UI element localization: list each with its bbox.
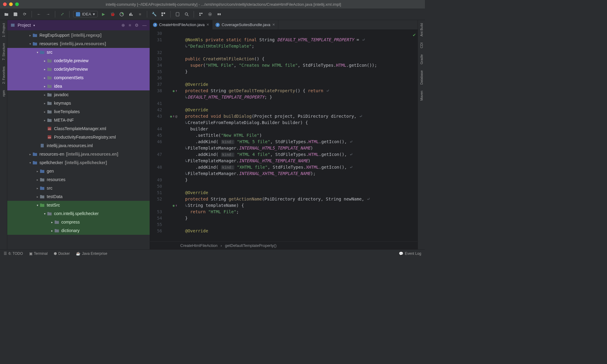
gutter-mark[interactable] — [164, 81, 179, 88]
code-line[interactable]: return "HTML File"; — [185, 209, 418, 215]
build-icon[interactable]: ⤢ — [59, 11, 66, 18]
code-content[interactable]: @NonNls private static final String DEFA… — [179, 30, 418, 241]
gutter-mark[interactable] — [164, 94, 179, 100]
profile-icon[interactable] — [127, 11, 134, 18]
code-line[interactable]: super("HTML File", "Creates new HTML fil… — [185, 62, 418, 69]
code-line[interactable] — [185, 183, 418, 190]
code-line[interactable]: } — [185, 215, 418, 221]
tree-arrow-icon[interactable]: ▸ — [42, 76, 47, 79]
code-line[interactable]: ↳String templateName) { — [185, 202, 418, 209]
open-icon[interactable] — [3, 11, 10, 18]
tree-arrow-icon[interactable]: ▸ — [42, 59, 47, 62]
code-line[interactable] — [185, 49, 418, 56]
tree-item[interactable]: intellij.java.resources.iml — [7, 141, 150, 150]
tree-arrow-icon[interactable]: ▸ — [50, 229, 54, 232]
forward-icon[interactable]: → — [45, 11, 51, 18]
code-line[interactable]: ↳"DefaultHtmlFileTemplate"; — [185, 43, 418, 49]
rail-favorites[interactable]: 2: Favorites — [2, 66, 5, 84]
tree-arrow-icon[interactable]: ▾ — [35, 51, 39, 54]
code-line[interactable]: .setTitle("New HTML File") — [185, 132, 418, 139]
tree-item[interactable]: ▸META-INF — [7, 116, 150, 124]
rail-maven[interactable]: Maven — [420, 91, 423, 101]
tree-arrow-icon[interactable]: ▾ — [28, 161, 32, 164]
code-line[interactable]: ↳DEFAULT_HTML_TEMPLATE_PROPERTY; } — [185, 94, 418, 100]
gutter-mark[interactable]: ◉↑ — [164, 88, 179, 94]
tree-arrow-icon[interactable]: ▸ — [42, 110, 47, 113]
breadcrumb-item[interactable]: CreateHtmlFileAction — [180, 243, 218, 248]
code-line[interactable]: protected String getActionName(PsiDirect… — [185, 196, 418, 202]
run-configuration-selector[interactable]: IDEA ▾ — [73, 11, 98, 17]
tree-item[interactable]: ▸idea — [7, 82, 150, 90]
tree-item[interactable]: ▸gen — [7, 167, 150, 175]
status-todo[interactable]: ☰ 6: TODO — [4, 251, 23, 256]
tree-item[interactable]: ▸resources — [7, 175, 150, 184]
code-line[interactable] — [185, 75, 418, 81]
tree-arrow-icon[interactable]: ▸ — [28, 153, 32, 156]
tree-arrow-icon[interactable]: ▸ — [42, 102, 47, 105]
debug-icon[interactable]: 🐞 — [109, 11, 116, 18]
code-line[interactable]: @Override — [185, 81, 418, 88]
gutter-mark[interactable] — [164, 43, 179, 49]
rail-npm[interactable]: npm — [2, 90, 5, 96]
code-editor[interactable]: ✔ 30313233343536373841424344454647484950… — [150, 30, 418, 241]
gear-icon[interactable]: ⚙ — [135, 23, 139, 28]
code-line[interactable]: builder — [185, 126, 418, 132]
tree-item[interactable]: ▸liveTemplates — [7, 107, 150, 116]
gutter-mark[interactable] — [164, 215, 179, 221]
gutter-mark[interactable] — [164, 49, 179, 56]
code-line[interactable]: } — [185, 177, 418, 183]
tree-arrow-icon[interactable]: ▸ — [35, 170, 39, 173]
tree-item[interactable]: ▸keymaps — [7, 99, 150, 107]
code-line[interactable] — [185, 100, 418, 107]
tree-item[interactable]: ▾com.intellij.spellchecker — [7, 209, 150, 218]
status-event-log[interactable]: 💬 Event Log — [399, 251, 421, 256]
gutter-mark[interactable]: ◉↑@ — [164, 113, 179, 120]
tree-item[interactable]: ▸componentSets — [7, 73, 150, 82]
gutter-mark[interactable] — [164, 120, 179, 126]
status-java-enterprise[interactable]: ☕ Java Enterprise — [76, 251, 107, 256]
tree-item[interactable]: ▸testData — [7, 192, 150, 201]
code-line[interactable]: .addKind( kind: "HTML 5 file", StdFileTy… — [185, 139, 418, 145]
code-line[interactable] — [185, 30, 418, 37]
tree-item[interactable]: ▸dictionary — [7, 226, 150, 235]
code-line[interactable]: ↳FileTemplateManager.INTERNAL_HTML_TEMPL… — [185, 158, 418, 164]
gutter-mark[interactable] — [164, 151, 179, 158]
gutter-mark[interactable] — [164, 30, 179, 37]
gutter-mark[interactable] — [164, 107, 179, 113]
rail-database[interactable]: Database — [420, 70, 423, 85]
code-line[interactable]: @NonNls private static final String DEFA… — [185, 37, 418, 43]
stop-icon[interactable]: ■ — [137, 11, 143, 18]
rail-project[interactable]: 1: Project — [2, 23, 5, 37]
rail-structure[interactable]: 7: Structure — [2, 43, 5, 60]
tree-item[interactable]: </>ProductivityFeaturesRegistry.xml — [7, 133, 150, 141]
tree-arrow-icon[interactable]: ▸ — [28, 34, 32, 37]
tree-item[interactable]: ▾testSrc — [7, 201, 150, 209]
tree-item[interactable]: ▸resources-en[intellij.java.resources.en… — [7, 150, 150, 158]
tree-arrow-icon[interactable]: ▾ — [28, 42, 32, 46]
project-tree[interactable]: ▸RegExpSupport[intellij.regexp]▾resource… — [7, 30, 150, 249]
status-docker[interactable]: ⬢ Docker — [54, 251, 70, 256]
back-icon[interactable]: ← — [36, 11, 42, 18]
tree-item[interactable]: </>ClassTemplateManager.xml — [7, 124, 150, 133]
tree-item[interactable]: ▸codeStyle.preview — [7, 56, 150, 65]
gutter-mark[interactable] — [164, 158, 179, 164]
tree-arrow-icon[interactable]: ▾ — [35, 204, 39, 207]
tree-item[interactable]: ▸src — [7, 184, 150, 192]
vcs-push-icon[interactable] — [216, 11, 222, 18]
gutter-mark[interactable] — [164, 183, 179, 190]
code-line[interactable]: .addKind( kind: "XHTML file", StdFileTyp… — [185, 164, 418, 170]
gutter-mark[interactable] — [164, 56, 179, 62]
minimize-window-icon[interactable] — [9, 2, 13, 6]
code-line[interactable]: ↳FileTemplateManager.INTERNAL_HTML5_TEMP… — [185, 145, 418, 151]
gutter-mark[interactable] — [164, 139, 179, 145]
wrench-icon[interactable]: 🔧 — [151, 11, 158, 18]
gutter-mark[interactable] — [164, 209, 179, 215]
tree-item[interactable]: ▾src — [7, 48, 150, 56]
code-line[interactable]: } — [185, 69, 418, 75]
breadcrumb-item[interactable]: getDefaultTemplateProperty() — [225, 243, 276, 248]
code-line[interactable]: public CreateHtmlFileAction() { — [185, 56, 418, 62]
scroll-from-source-icon[interactable]: ⊕ — [121, 23, 125, 28]
gutter-mark[interactable] — [164, 62, 179, 69]
tree-item[interactable]: ▾spellchecker[intellij.spellchecker] — [7, 158, 150, 167]
tree-arrow-icon[interactable]: ▸ — [42, 85, 47, 88]
